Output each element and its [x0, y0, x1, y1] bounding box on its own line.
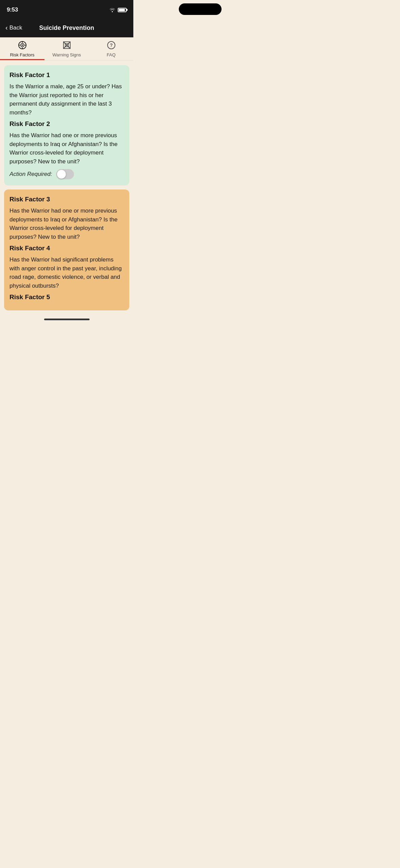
faq-icon: ?: [107, 41, 116, 51]
back-label: Back: [9, 24, 22, 31]
action-required-row: Action Required:: [9, 169, 124, 179]
risk-factor-1-body: Is the Warrior a male, age 25 or under? …: [9, 82, 124, 117]
status-time: 9:53: [7, 6, 18, 13]
home-bar: [44, 319, 90, 320]
action-required-toggle[interactable]: [56, 169, 74, 179]
status-icons: [109, 8, 127, 12]
battery-icon: [118, 8, 127, 12]
risk-factors-icon: [18, 41, 27, 51]
card-green: Risk Factor 1 Is the Warrior a male, age…: [4, 65, 129, 185]
wifi-icon: [109, 8, 115, 12]
card-orange: Risk Factor 3 Has the Warrior had one or…: [4, 189, 129, 310]
risk-factor-3-body: Has the Warrior had one or more previous…: [9, 206, 124, 241]
risk-factor-1-title: Risk Factor 1: [9, 71, 124, 79]
tab-faq[interactable]: ? FAQ: [89, 37, 133, 60]
back-button[interactable]: ‹ Back: [5, 24, 22, 32]
tab-warning-signs[interactable]: Warning Signs: [44, 37, 89, 60]
risk-factor-2-title: Risk Factor 2: [9, 120, 124, 128]
back-chevron-icon: ‹: [5, 24, 8, 32]
home-indicator: [0, 315, 133, 323]
risk-factor-2-body: Has the Warrior had one or more previous…: [9, 131, 124, 166]
toggle-knob: [57, 170, 66, 179]
action-required-label: Action Required:: [9, 171, 52, 178]
risk-factor-3-title: Risk Factor 3: [9, 196, 124, 203]
content-area: Risk Factor 1 Is the Warrior a male, age…: [0, 60, 133, 315]
risk-factor-4-title: Risk Factor 4: [9, 245, 124, 252]
nav-title: Suicide Prevention: [39, 24, 94, 32]
tab-faq-label: FAQ: [107, 52, 115, 57]
warning-signs-icon: [62, 41, 71, 51]
status-bar: 9:53: [0, 0, 133, 18]
tab-risk-factors-label: Risk Factors: [10, 52, 34, 57]
tab-risk-factors[interactable]: Risk Factors: [0, 37, 44, 60]
risk-factor-4-body: Has the Warrior had significant problems…: [9, 255, 124, 290]
tab-bar: Risk Factors Warning Signs ? FAQ: [0, 37, 133, 60]
tab-warning-signs-label: Warning Signs: [52, 52, 81, 57]
svg-text:?: ?: [110, 42, 113, 48]
risk-factor-5-title: Risk Factor 5: [9, 293, 124, 301]
nav-bar: ‹ Back Suicide Prevention: [0, 18, 133, 37]
svg-point-6: [22, 44, 23, 46]
